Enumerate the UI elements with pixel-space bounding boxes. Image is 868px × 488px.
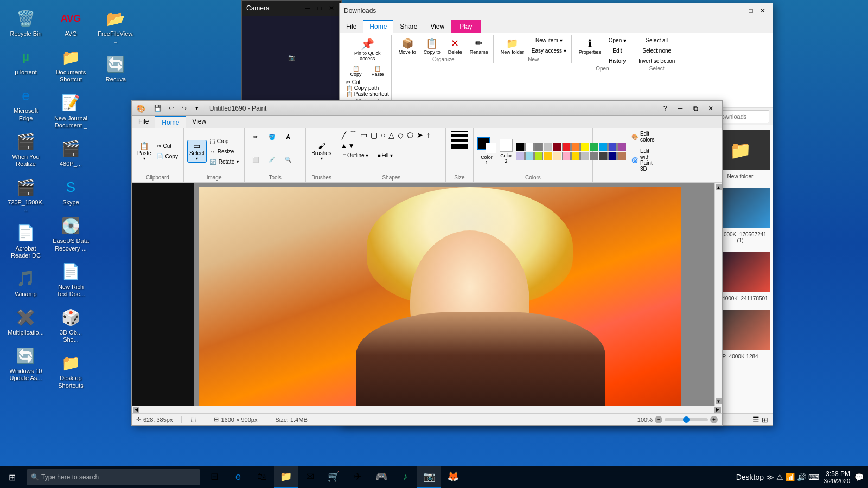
swatch-red[interactable]	[562, 143, 571, 151]
paste-shortcut-btn[interactable]: 📋 Paste shortcut	[346, 91, 389, 97]
icon-mult[interactable]: ✖️ Multiplicatio...	[5, 304, 46, 338]
taskbar-explorer[interactable]: 📁	[274, 466, 298, 488]
fe-copy-to-btn[interactable]: 📋 Copy to	[421, 36, 443, 56]
taskbar-desktop-label[interactable]: Desktop	[736, 473, 764, 481]
swatch-ltyellow[interactable]	[553, 152, 561, 160]
paint-scroll-left[interactable]: ◀	[133, 407, 139, 413]
swatch-purple[interactable]	[617, 143, 626, 151]
camera-maximize[interactable]: □	[314, 3, 325, 14]
copy-path-btn[interactable]: 📋 Copy path	[346, 85, 379, 91]
swatch-navy[interactable]	[608, 152, 617, 160]
swatch-ltgray[interactable]	[544, 143, 552, 151]
paint-resize-btn[interactable]: ↔ Resize	[208, 147, 241, 156]
icon-recuva[interactable]: 🔄 Recuva	[95, 51, 136, 85]
swatch-ltgreen[interactable]	[534, 152, 543, 160]
paint-rotate-btn[interactable]: 🔄 Rotate ▾	[208, 157, 241, 166]
swatch-silver[interactable]	[580, 152, 589, 160]
icon-3d-obj[interactable]: 🎲 3D Ob... Sho...	[50, 304, 91, 345]
icon-utorrent[interactable]: µ µTorrent	[5, 44, 46, 78]
paint-edit-with-3d-btn[interactable]: 🌀 Edit with Paint 3D	[629, 146, 657, 174]
icon-720p[interactable]: 🎬 720P_1500K...	[5, 174, 46, 215]
paint-eraser-btn[interactable]: ⬜	[248, 155, 263, 170]
taskbar-task-view[interactable]: ⊟	[202, 466, 226, 488]
swatch-darkblue[interactable]	[608, 143, 617, 151]
fe-invert-sel-btn[interactable]: Invert selection	[636, 56, 678, 66]
paint-hscroll[interactable]: ◀ ▶	[132, 406, 722, 413]
paint-vscroll[interactable]: ▲ ▼	[714, 183, 722, 406]
fe-view-grid-btn[interactable]: ⊞	[762, 415, 768, 424]
fe-edit-btn[interactable]: Edit	[606, 46, 629, 55]
shape-arrow[interactable]: ➤	[416, 130, 424, 140]
taskbar-winamp-app[interactable]: ♪	[393, 466, 417, 488]
icon-new-journal[interactable]: 📝 New Journal Document _	[50, 90, 91, 131]
fe-properties-btn[interactable]: ℹ Properties	[576, 36, 604, 56]
paint-redo-btn[interactable]: ↪	[178, 102, 190, 114]
paint-restore[interactable]: ⧉	[688, 102, 703, 114]
fe-copy-btn[interactable]: 📋Copy	[346, 64, 366, 79]
cut-btn[interactable]: ✂ Cut	[346, 79, 360, 85]
shapes-scroll-down[interactable]: ▼	[348, 142, 355, 150]
swatch-midgray[interactable]	[590, 152, 598, 160]
taskbar-store[interactable]: 🛍	[250, 466, 274, 488]
fe-maximize[interactable]: □	[745, 5, 756, 16]
paint-fill-shape-btn[interactable]: ■ Fill ▾	[375, 151, 395, 160]
paint-scroll-right[interactable]: ▶	[714, 407, 721, 413]
fe-pin-quick-access-btn[interactable]: 📌 Pin to Quick access	[346, 36, 389, 63]
shapes-scroll-up[interactable]: ▲	[341, 142, 347, 150]
icon-480p[interactable]: 🎬 480P_...	[50, 136, 91, 170]
shape-rect[interactable]: ▭	[359, 130, 368, 140]
paint-close[interactable]: ✕	[704, 102, 718, 114]
paint-undo-btn[interactable]: ↩	[165, 102, 177, 114]
paint-zoom-in[interactable]: +	[710, 416, 718, 423]
swatch-yellow[interactable]	[580, 143, 589, 151]
icon-desktop-shortcuts[interactable]: 📁 Desktop Shortcuts	[50, 350, 91, 391]
fe-tab-home[interactable]: Home	[363, 20, 393, 33]
taskbar-mail[interactable]: ✉	[298, 466, 322, 488]
icon-winamp[interactable]: 🎵 Winamp	[5, 266, 46, 300]
fe-minimize[interactable]: ─	[733, 5, 744, 16]
fe-select-none-btn[interactable]: Select none	[636, 46, 678, 55]
paint-scroll-down[interactable]: ▼	[716, 398, 722, 404]
fe-delete-btn[interactable]: ✕ Delete	[445, 36, 465, 56]
fe-tab-view[interactable]: View	[424, 20, 451, 33]
fe-paste-btn[interactable]: 📋Paste	[368, 64, 387, 79]
paint-zoom-slider[interactable]	[665, 418, 708, 421]
paint-minimize[interactable]: ─	[673, 102, 687, 114]
swatch-orange[interactable]	[571, 143, 580, 151]
taskbar-search-input[interactable]	[41, 473, 196, 481]
size-thick[interactable]	[451, 139, 468, 142]
paint-tab-view[interactable]: View	[186, 116, 213, 128]
size-thin[interactable]	[451, 131, 468, 132]
shape-triangle[interactable]: △	[387, 130, 395, 140]
taskbar-tripadvisor[interactable]: ✈	[346, 466, 369, 488]
icon-recycle-bin[interactable]: 🗑️ Recycle Bin	[5, 5, 46, 40]
icon-when-you-realize[interactable]: 🎬 When You Realize	[5, 129, 46, 170]
paint-magnify-btn[interactable]: 🔍	[280, 155, 296, 170]
taskbar-edge[interactable]: e	[226, 466, 250, 488]
taskbar-network-icon[interactable]: 📶	[786, 473, 795, 481]
shape-diamond[interactable]: ◇	[397, 130, 405, 140]
taskbar-firefox-app[interactable]: 🦊	[441, 466, 465, 488]
paint-color2[interactable]	[486, 143, 496, 153]
shape-ellipse[interactable]: ○	[380, 130, 386, 140]
taskbar-start-btn[interactable]: ⊞	[0, 466, 24, 488]
icon-microsoft-edge[interactable]: e Microsoft Edge	[5, 82, 46, 124]
icon-documents-shortcut[interactable]: 📁 Documents Shortcut	[50, 44, 91, 85]
swatch-brown[interactable]	[617, 152, 626, 160]
camera-minimize[interactable]: ─	[302, 3, 313, 14]
paint-crop-btn[interactable]: ⬚ Crop	[208, 137, 241, 146]
taskbar-show-desktop-icon[interactable]: ≫	[766, 473, 774, 481]
swatch-ltpurple[interactable]	[516, 152, 525, 160]
swatch-dkgray[interactable]	[599, 152, 608, 160]
swatch-pink[interactable]	[562, 152, 571, 160]
paint-customize-btn[interactable]: ▾	[191, 102, 203, 114]
icon-avg[interactable]: AVG AVG	[50, 5, 91, 40]
taskbar-keyboard-icon[interactable]: ⌨	[808, 473, 819, 481]
taskbar-clock[interactable]: 3:58 PM 3/20/2020	[824, 470, 850, 484]
paint-zoom-thumb[interactable]	[683, 416, 690, 423]
icon-win10[interactable]: 🔄 Windows 10 Update As...	[5, 343, 46, 384]
fe-close[interactable]: ✕	[757, 5, 768, 16]
icon-freefileview[interactable]: 📂 FreeFileView...	[95, 5, 136, 47]
size-medium[interactable]	[451, 134, 468, 137]
paint-pencil-btn[interactable]: ✏	[248, 132, 263, 147]
